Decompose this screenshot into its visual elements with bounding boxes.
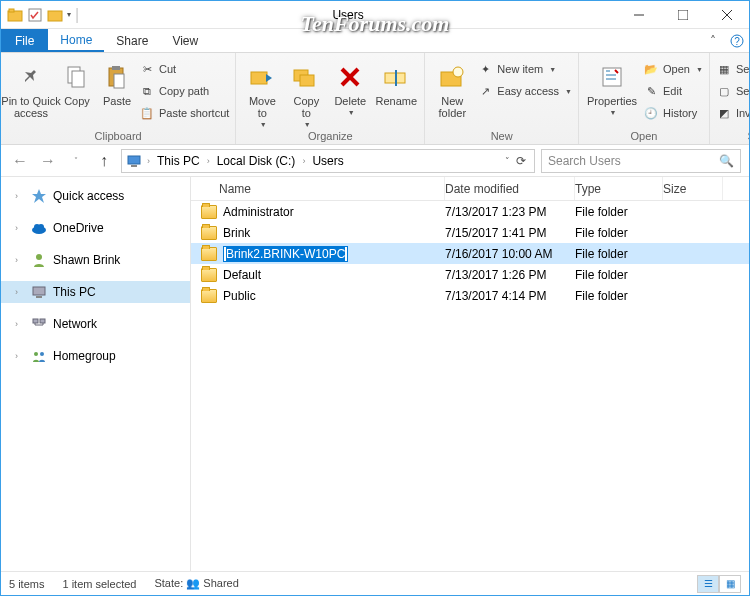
crumb-local-disk[interactable]: Local Disk (C:)	[215, 154, 298, 168]
chevron-right-icon[interactable]: ›	[15, 319, 25, 329]
tab-share[interactable]: Share	[104, 29, 160, 52]
sidebar-item-homegroup[interactable]: ›Homegroup	[1, 345, 190, 367]
status-bar: 5 items 1 item selected State: 👥 Shared …	[1, 571, 749, 595]
sidebar-item-label: Shawn Brink	[53, 253, 120, 267]
chevron-right-icon[interactable]: ›	[15, 351, 25, 361]
sidebar-item-quick-access[interactable]: ›Quick access	[1, 185, 190, 207]
chevron-right-icon[interactable]: ›	[15, 287, 25, 297]
invert-selection-button[interactable]: ◩Invert selection	[716, 103, 750, 123]
svg-rect-11	[72, 71, 84, 87]
easy-access-button[interactable]: ↗Easy access▼	[477, 81, 572, 101]
select-none-button[interactable]: ▢Select none	[716, 81, 750, 101]
new-item-button[interactable]: ✦New item▼	[477, 59, 572, 79]
open-button[interactable]: 📂Open▼	[643, 59, 703, 79]
sidebar-item-shawn-brink[interactable]: ›Shawn Brink	[1, 249, 190, 271]
copy-button[interactable]: Copy	[59, 57, 95, 107]
col-size[interactable]: Size	[663, 177, 723, 200]
sidebar-item-this-pc[interactable]: ›This PC	[1, 281, 190, 303]
sidebar-item-label: Homegroup	[53, 349, 116, 363]
table-row[interactable]: Default 7/13/2017 1:26 PM File folder	[191, 264, 749, 285]
back-button[interactable]: ←	[9, 150, 31, 172]
folder-icon	[201, 226, 217, 240]
col-date[interactable]: Date modified	[445, 177, 575, 200]
svg-rect-13	[112, 66, 120, 70]
svg-rect-26	[131, 165, 137, 167]
svg-rect-1	[9, 9, 14, 12]
move-to-button[interactable]: Move to▼	[242, 57, 282, 128]
svg-rect-24	[603, 68, 621, 86]
invert-selection-icon: ◩	[716, 105, 732, 121]
chevron-right-icon[interactable]: ›	[15, 255, 25, 265]
svg-rect-17	[300, 75, 314, 86]
file-date: 7/16/2017 10:00 AM	[445, 247, 575, 261]
col-name[interactable]: Name	[191, 177, 445, 200]
group-organize: Move to▼ Copy to▼ Delete▼ Rename Organiz…	[236, 53, 425, 144]
tab-home[interactable]: Home	[48, 29, 104, 52]
recent-dropdown[interactable]: ˅	[65, 150, 87, 172]
file-menu[interactable]: File	[1, 29, 48, 52]
details-view-button[interactable]: ☰	[697, 575, 719, 593]
search-input[interactable]: Search Users 🔍	[541, 149, 741, 173]
icons-view-button[interactable]: ▦	[719, 575, 741, 593]
minimize-button[interactable]	[617, 1, 661, 29]
crumb-this-pc[interactable]: This PC	[155, 154, 202, 168]
chevron-right-icon[interactable]: ›	[15, 223, 25, 233]
copy-path-button[interactable]: ⧉Copy path	[139, 81, 229, 101]
new-folder-button[interactable]: New folder	[431, 57, 473, 119]
svg-point-39	[34, 352, 38, 356]
properties-icon	[596, 61, 628, 93]
close-button[interactable]	[705, 1, 749, 29]
file-name: Brink	[223, 226, 250, 240]
collapse-ribbon-icon[interactable]: ˄	[701, 29, 725, 52]
forward-button[interactable]: →	[37, 150, 59, 172]
help-icon[interactable]: ?	[725, 29, 749, 52]
up-button[interactable]: ↑	[93, 150, 115, 172]
file-type: File folder	[575, 268, 663, 282]
paste-shortcut-icon: 📋	[139, 105, 155, 121]
cloud-icon	[31, 220, 47, 236]
tab-view[interactable]: View	[160, 29, 210, 52]
column-headers[interactable]: Name Date modified Type Size	[191, 177, 749, 201]
move-to-icon	[246, 61, 278, 93]
svg-point-30	[38, 224, 44, 230]
sidebar-item-network[interactable]: ›Network	[1, 313, 190, 335]
qat-checkbox-icon[interactable]	[27, 7, 43, 23]
paste-shortcut-button[interactable]: 📋Paste shortcut	[139, 103, 229, 123]
col-type[interactable]: Type	[575, 177, 663, 200]
copy-to-icon	[290, 61, 322, 93]
edit-button[interactable]: ✎Edit	[643, 81, 703, 101]
table-row[interactable]: Brink 7/15/2017 1:41 PM File folder	[191, 222, 749, 243]
chevron-right-icon[interactable]: ›	[15, 191, 25, 201]
pc-icon	[126, 153, 142, 169]
svg-rect-35	[40, 319, 45, 323]
table-row[interactable]: Brink2.BRINK-W10PC 7/16/2017 10:00 AM Fi…	[191, 243, 749, 264]
address-dropdown-icon[interactable]: ˅	[505, 156, 510, 166]
qat-dropdown-icon[interactable]: ▾	[67, 10, 71, 19]
sidebar-item-onedrive[interactable]: ›OneDrive	[1, 217, 190, 239]
qat-folder-icon[interactable]	[47, 7, 63, 23]
maximize-button[interactable]	[661, 1, 705, 29]
address-bar: ← → ˅ ↑ › This PC › Local Disk (C:) › Us…	[1, 145, 749, 177]
paste-button[interactable]: Paste	[99, 57, 135, 107]
copy-to-button[interactable]: Copy to▼	[286, 57, 326, 128]
table-row[interactable]: Public 7/13/2017 4:14 PM File folder	[191, 285, 749, 306]
select-all-button[interactable]: ▦Select all	[716, 59, 750, 79]
cut-button[interactable]: ✂Cut	[139, 59, 229, 79]
history-button[interactable]: 🕘History	[643, 103, 703, 123]
file-list[interactable]: Name Date modified Type Size Administrat…	[191, 177, 749, 571]
crumb-users[interactable]: Users	[310, 154, 345, 168]
rename-button[interactable]: Rename	[374, 57, 418, 107]
main-content: ›Quick access›OneDrive›Shawn Brink›This …	[1, 177, 749, 571]
svg-rect-33	[36, 296, 42, 298]
edit-icon: ✎	[643, 83, 659, 99]
properties-button[interactable]: Properties▼	[585, 57, 639, 116]
navigation-pane: ›Quick access›OneDrive›Shawn Brink›This …	[1, 177, 191, 571]
refresh-icon[interactable]: ⟳	[516, 154, 526, 168]
table-row[interactable]: Administrator 7/13/2017 1:23 PM File fol…	[191, 201, 749, 222]
pin-icon	[15, 61, 47, 93]
breadcrumb[interactable]: › This PC › Local Disk (C:) › Users ˅ ⟳	[121, 149, 535, 173]
svg-rect-21	[395, 70, 397, 86]
pin-quick-access-button[interactable]: Pin to Quick access	[7, 57, 55, 119]
rename-input[interactable]: Brink2.BRINK-W10PC	[223, 246, 348, 262]
delete-button[interactable]: Delete▼	[330, 57, 370, 116]
